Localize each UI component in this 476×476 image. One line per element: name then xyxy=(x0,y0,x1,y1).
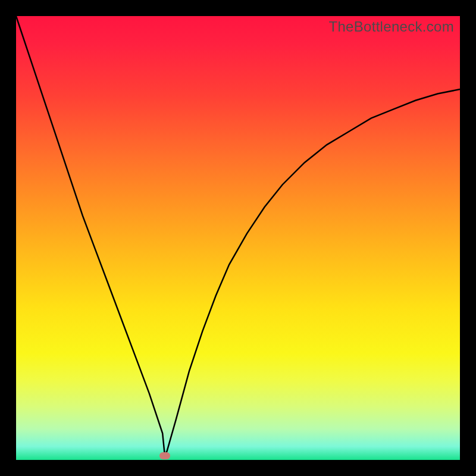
watermark-text: TheBottleneck.com xyxy=(328,18,454,35)
optimum-marker xyxy=(159,452,170,459)
chart-curve xyxy=(16,16,460,460)
plot-area: TheBottleneck.com xyxy=(16,16,460,460)
